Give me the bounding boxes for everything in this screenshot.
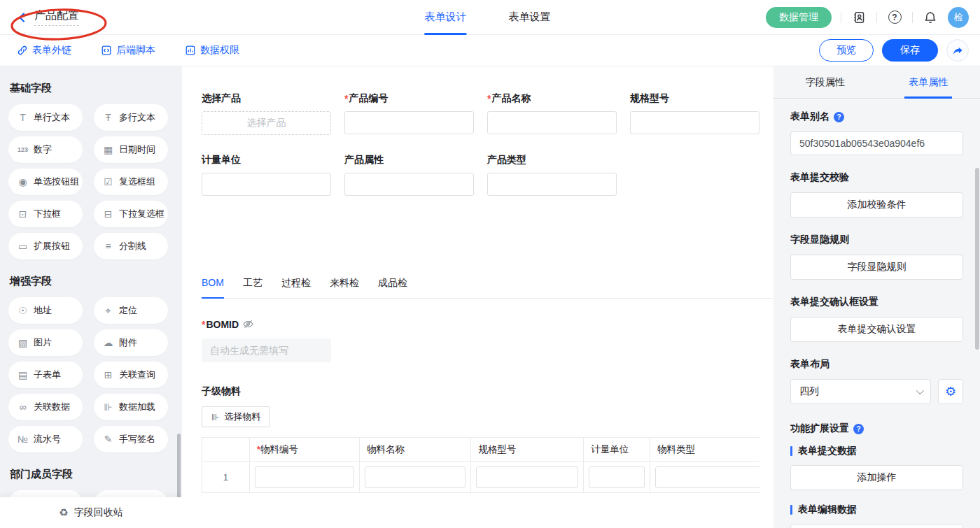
field-palette-sidebar: 基础字段 T单行文本 Ŧ多行文本 123数字 ▦日期时间 ◉单选按钮组 ☑复选框… [0,66,182,528]
product-attribute-input[interactable] [344,173,474,196]
field-pill-extend-button[interactable]: ▭扩展按钮 [8,233,83,259]
form-alias-input[interactable] [790,131,963,155]
serial-number-icon: № [17,434,29,445]
panel-body: 表单别名 ? 表单提交校验 添加校验条件 字段显隐规则 字段显隐规则 表单提交确… [774,99,980,528]
product-name-input[interactable] [487,111,617,134]
preview-button[interactable]: 预览 [819,39,874,62]
tab-process-inspection[interactable]: 过程检 [281,277,311,299]
field-spec-model[interactable]: 规格型号 [630,92,760,135]
submit-confirm-button[interactable]: 表单提交确认设置 [790,317,963,342]
col-unit: 计量单位 [584,438,650,462]
tab-incoming-inspection[interactable]: 来料检 [330,277,359,299]
subform-icon: ▤ [17,369,29,380]
field-product-code[interactable]: *产品编号 [344,92,474,135]
unit-input[interactable] [202,173,331,196]
backend-script-link[interactable]: 后端脚本 [101,44,155,57]
material-unit-input[interactable] [589,466,645,488]
tab-field-properties[interactable]: 字段属性 [774,66,877,98]
field-product-name[interactable]: *产品名称 [487,92,617,135]
share-button[interactable] [946,39,969,62]
field-pill-data-load[interactable]: ⊪数据加载 [94,394,168,420]
chevron-down-icon [916,387,924,394]
material-type-input[interactable] [655,466,760,488]
spec-model-input[interactable] [630,111,760,134]
user-avatar[interactable]: 检 [948,7,969,28]
pill-label: 关联查询 [119,369,155,381]
field-product-attribute[interactable]: 产品属性 [344,153,474,196]
product-type-input[interactable] [487,173,617,196]
tab-bom[interactable]: BOM [202,277,224,299]
field-pill-related-query[interactable]: ⊞关联查询 [94,362,168,388]
pill-label: 下拉框 [34,208,61,220]
layout-select[interactable]: 四列 [790,379,931,404]
field-pill-datetime[interactable]: ▦日期时间 [94,136,168,163]
field-pill-number[interactable]: 123数字 [8,136,83,163]
material-code-input[interactable] [255,466,354,488]
field-pill-radio-group[interactable]: ◉单选按钮组 [8,169,83,195]
form-external-link[interactable]: 表单外链 [17,44,71,57]
properties-panel: 字段属性 表单属性 表单别名 ? 表单提交校验 添加校验条件 字段显隐规则 字段… [774,66,980,528]
panel-scrollbar[interactable] [975,168,979,350]
field-product-type[interactable]: 产品类型 [487,153,617,196]
field-pill-subform[interactable]: ▤子表单 [8,362,83,388]
tab-form-properties[interactable]: 表单属性 [877,66,980,98]
add-validation-button[interactable]: 添加校验条件 [790,192,963,217]
field-select-product[interactable]: 选择产品 选择产品 [202,92,331,135]
field-pill-multi-dropdown[interactable]: ⊟下拉复选框 [94,201,168,227]
recycle-label: 字段回收站 [74,506,123,519]
field-pill-locate[interactable]: ⌖定位 [94,297,168,324]
tab-form-design[interactable]: 表单设计 [424,0,466,35]
notification-bell-icon[interactable] [922,9,939,26]
form-layout-label: 表单布局 [790,358,963,371]
tab-finished-inspection[interactable]: 成品检 [378,277,407,299]
pill-label: 分割线 [119,240,146,252]
page-title[interactable]: 产品配置 [34,8,79,26]
pill-label: 流水号 [34,433,61,445]
pill-label: 数据加载 [119,401,155,413]
address-book-icon[interactable] [850,9,867,26]
col-index [202,438,250,462]
field-pill-image[interactable]: ▧图片 [8,329,83,356]
layout-settings-button[interactable]: ⚙ [938,379,963,404]
field-pill-signature[interactable]: ✎手写签名 [94,426,168,452]
field-pill-serial-number[interactable]: №流水号 [8,426,83,452]
field-pill-checkbox-group[interactable]: ☑复选框组 [94,169,168,195]
help-icon[interactable]: ? [853,424,864,434]
product-code-input[interactable] [344,111,474,134]
field-pill-multi-text[interactable]: Ŧ多行文本 [94,104,168,131]
add-edit-action-button[interactable]: 添加操作 [790,524,963,528]
field-pill-address[interactable]: ☉地址 [8,297,83,324]
main-body: 基础字段 T单行文本 Ŧ多行文本 123数字 ▦日期时间 ◉单选按钮组 ☑复选框… [0,66,980,528]
tab-form-settings[interactable]: 表单设置 [508,0,550,35]
sub-materials-title: 子级物料 [202,385,760,398]
field-unit[interactable]: 计量单位 [202,153,331,196]
hidden-eye-icon[interactable] [242,319,254,329]
field-label: 产品类型 [487,153,617,166]
field-visibility-button[interactable]: 字段显隐规则 [790,255,963,280]
material-name-input[interactable] [365,466,465,488]
field-pill-single-text[interactable]: T单行文本 [8,104,83,131]
back-chevron-icon [17,12,27,23]
tab-process[interactable]: 工艺 [243,277,262,299]
field-label: *产品编号 [344,92,474,105]
field-recycle-bin[interactable]: ♻ 字段回收站 [0,497,182,528]
material-spec-input[interactable] [476,466,578,488]
tab-field-properties-label: 字段属性 [802,66,849,99]
pill-label: 附件 [119,336,137,349]
data-permission-link[interactable]: 数据权限 [185,44,239,57]
bomid-input[interactable] [202,338,331,362]
blue-bar [790,446,792,456]
field-pill-divider[interactable]: ≡分割线 [94,233,168,259]
add-submit-action-button[interactable]: 添加操作 [790,465,963,490]
extension-settings-label: 功能扩展设置 ? [790,422,963,435]
help-icon[interactable]: ? [886,9,903,26]
field-pill-related-data[interactable]: ∞关联数据 [8,394,83,420]
field-pill-dropdown[interactable]: ⊡下拉框 [8,201,83,227]
field-pill-attachment[interactable]: ☁附件 [94,329,168,356]
select-product-picker[interactable]: 选择产品 [202,111,331,135]
back-button[interactable] [17,12,27,23]
select-material-button[interactable]: ⊪ 选择物料 [202,406,270,427]
data-manage-button[interactable]: 数据管理 [766,7,832,28]
save-button[interactable]: 保存 [882,39,938,62]
help-icon[interactable]: ? [834,112,844,122]
